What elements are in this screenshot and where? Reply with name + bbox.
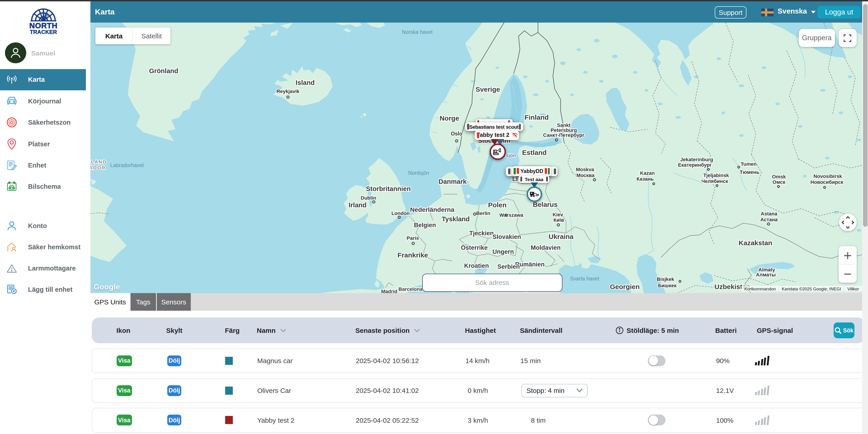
svg-text:Київ: Київ	[554, 217, 564, 223]
svg-text:Irland: Irland	[349, 201, 367, 209]
svg-text:Астана: Астана	[761, 217, 778, 223]
svg-text:Nordsjön: Nordsjön	[408, 170, 429, 176]
svg-text:Tjeckien: Tjeckien	[469, 230, 494, 237]
svg-text:Ukraina: Ukraina	[549, 233, 574, 240]
svg-text:Москва: Москва	[577, 172, 595, 178]
svg-text:Norge: Norge	[440, 114, 459, 122]
svg-text:Berlin: Berlin	[476, 210, 490, 216]
svg-text:Jekaterinburg: Jekaterinburg	[680, 157, 713, 162]
svg-text:Kiev: Kiev	[553, 212, 563, 218]
svg-text:Kroatien: Kroatien	[464, 262, 489, 269]
svg-text:Алматы: Алматы	[756, 272, 776, 277]
svg-text:Nederländerna: Nederländerna	[410, 206, 454, 213]
svg-text:Barcelona: Barcelona	[399, 286, 423, 292]
svg-text:Moskva: Moskva	[576, 167, 594, 172]
svg-text:Tjeljabinsk: Tjeljabinsk	[703, 172, 729, 178]
svg-text:Екатеринбург: Екатеринбург	[678, 162, 712, 168]
svg-text:Polen: Polen	[488, 201, 506, 209]
svg-text:DLAND: DLAND	[90, 159, 107, 164]
svg-text:Kazakstan: Kazakstan	[739, 239, 772, 246]
svg-text:Novosibirsk: Novosibirsk	[813, 173, 842, 179]
svg-text:Norska havet: Norska havet	[402, 29, 433, 35]
svg-text:Estland: Estland	[522, 149, 547, 156]
svg-text:NORTH: NORTH	[29, 21, 58, 30]
svg-text:Omsk: Omsk	[772, 174, 786, 179]
svg-text:Danmark: Danmark	[438, 178, 467, 185]
svg-text:Moldavien: Moldavien	[531, 244, 561, 251]
svg-text:Reykjavik: Reykjavik	[276, 89, 300, 94]
svg-text:Казань: Казань	[637, 176, 654, 182]
svg-text:Serbien: Serbien	[497, 263, 520, 270]
svg-text:Бишкек: Бишкек	[658, 283, 677, 288]
svg-text:TRACKER: TRACKER	[30, 29, 57, 35]
svg-text:Storbritannien: Storbritannien	[366, 185, 411, 192]
svg-text:Svarta havet: Svarta havet	[570, 276, 599, 281]
svg-text:Madrid: Madrid	[381, 289, 397, 293]
svg-text:Warszawa: Warszawa	[499, 212, 523, 218]
svg-text:Belgien: Belgien	[414, 222, 436, 229]
svg-text:Tumen: Tumen	[741, 161, 756, 167]
svg-text:RADOR: RADOR	[90, 165, 106, 170]
svg-text:Sverige: Sverige	[475, 86, 500, 93]
svg-text:Grönland: Grönland	[149, 67, 178, 74]
svg-text:Bisjkek: Bisjkek	[657, 276, 674, 282]
svg-text:Astana: Astana	[761, 211, 777, 216]
svg-text:Österrike: Österrike	[461, 244, 488, 251]
svg-text:Paris: Paris	[407, 235, 419, 241]
svg-text:Tyskland: Tyskland	[442, 215, 470, 223]
svg-text:Georgien: Georgien	[610, 283, 640, 290]
svg-text:Belarus: Belarus	[533, 201, 558, 208]
svg-text:Island: Island	[296, 79, 315, 86]
svg-text:Slovakien: Slovakien	[493, 233, 521, 240]
svg-text:Ungern: Ungern	[493, 248, 514, 255]
svg-text:Челябинск: Челябинск	[702, 178, 728, 184]
svg-text:London: London	[392, 210, 410, 216]
svg-text:Санкт-Петербург: Санкт-Петербург	[543, 132, 585, 138]
svg-text:Kazan: Kazan	[640, 170, 655, 176]
svg-text:Frankrike: Frankrike	[397, 251, 428, 259]
svg-text:Тюмень: Тюмень	[740, 169, 760, 175]
svg-text:Dublin: Dublin	[361, 195, 376, 201]
svg-text:Новосибирск: Новосибирск	[810, 179, 843, 185]
svg-text:rsjön: rsjön	[504, 153, 516, 158]
svg-text:Labradorhavet: Labradorhavet	[110, 162, 144, 168]
svg-text:Омск: Омск	[773, 179, 785, 185]
